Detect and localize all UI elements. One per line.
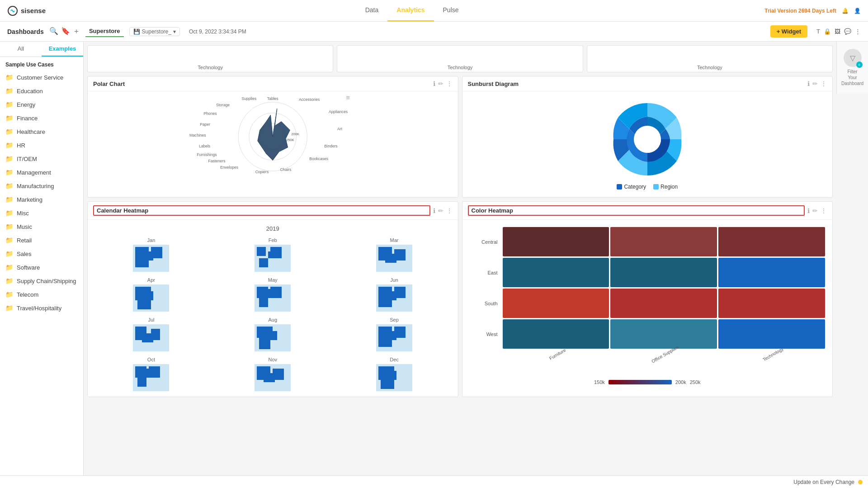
filter-icon-wrap[interactable]: ▽ + xyxy=(844,49,862,67)
nav-pulse[interactable]: Pulse xyxy=(434,0,468,22)
heat-cell xyxy=(394,327,406,338)
sunburst-edit-icon[interactable]: ✏ xyxy=(812,80,818,87)
sidebar-item-management[interactable]: 📁Management xyxy=(0,166,83,179)
heatmap-row-label-east: East xyxy=(470,258,501,287)
polar-svg: ≡ Tables Accessories Appliances Art Bind… xyxy=(88,91,458,182)
polar-info-icon[interactable]: ℹ xyxy=(433,80,435,87)
user-icon[interactable]: 👤 xyxy=(854,8,861,14)
lock-icon[interactable]: 🔒 xyxy=(824,28,831,35)
image-icon[interactable]: 🖼 xyxy=(835,28,840,35)
month-name-dec: Dec xyxy=(390,357,399,362)
month-name-aug: Aug xyxy=(268,317,277,322)
color-heatmap-info-icon[interactable]: ℹ xyxy=(807,207,810,214)
sidebar-item-label: Software xyxy=(17,264,40,271)
calendar-info-icon[interactable]: ℹ xyxy=(433,207,435,214)
sidebar-item-travel-hospitality[interactable]: 📁Travel/Hospitality xyxy=(0,301,83,315)
month-heatmap-dec xyxy=(376,364,412,391)
sidebar-item-software[interactable]: 📁Software xyxy=(0,261,83,274)
heat-cell xyxy=(270,287,282,298)
sidebar-item-energy[interactable]: 📁Energy xyxy=(0,98,83,111)
heat-cell xyxy=(270,247,282,258)
sidebar-item-label: Customer Service xyxy=(17,74,63,81)
heatmap-cell-south-0 xyxy=(503,289,609,318)
sidebar-item-supply-chain-shipping[interactable]: 📁Supply Chain/Shipping xyxy=(0,274,83,288)
month-name-feb: Feb xyxy=(269,237,277,243)
sidebar-item-customer-service[interactable]: 📁Customer Service xyxy=(0,71,83,84)
sidebar-item-telecom[interactable]: 📁Telecom xyxy=(0,288,83,301)
sunburst-card: Sunburst Diagram ℹ ✏ ⋮ xyxy=(462,76,833,198)
notification-icon[interactable]: 🔔 xyxy=(842,8,849,14)
top-chart-1: Technology xyxy=(87,45,333,72)
month-block-mar: Mar xyxy=(336,237,453,272)
legend-category-dot xyxy=(617,184,622,190)
db-icon: 💾 xyxy=(133,28,140,35)
comment-icon[interactable]: 💬 xyxy=(844,28,851,35)
sidebar-item-finance[interactable]: 📁Finance xyxy=(0,111,83,125)
superstore-tab[interactable]: Superstore xyxy=(85,26,124,37)
sidebar-item-sales[interactable]: 📁Sales xyxy=(0,247,83,261)
heat-cell xyxy=(378,298,392,307)
heatmap-cell-east-2 xyxy=(718,258,825,287)
superstore-badge[interactable]: 💾 Superstore_ ▾ xyxy=(129,27,180,36)
search-icon[interactable]: 🔍 xyxy=(49,27,58,36)
folder-icon: 📁 xyxy=(5,114,13,122)
calendar-more-icon[interactable]: ⋮ xyxy=(446,207,453,214)
sidebar-item-label: Supply Chain/Shipping xyxy=(17,278,76,284)
sidebar-item-manufacturing[interactable]: 📁Manufacturing xyxy=(0,179,83,193)
nav-analytics[interactable]: Analytics xyxy=(387,0,434,22)
heat-cell xyxy=(149,366,160,378)
tab-examples[interactable]: Examples xyxy=(42,42,83,57)
color-heatmap-more-icon[interactable]: ⋮ xyxy=(821,207,827,214)
text-icon[interactable]: T xyxy=(816,28,820,35)
polar-more-icon[interactable]: ⋮ xyxy=(446,80,453,87)
sidebar-item-misc[interactable]: 📁Misc xyxy=(0,206,83,220)
calendar-grid: JanFebMarAprMayJunJulAugSepOctNovDec xyxy=(93,237,453,391)
heat-cell xyxy=(257,247,266,256)
month-heatmap-jul xyxy=(133,324,169,351)
month-name-jul: Jul xyxy=(148,317,154,322)
heatmap-cell-central-1 xyxy=(610,227,717,256)
dashboards-label: Dashboards xyxy=(7,28,44,35)
legend-region-dot xyxy=(653,184,659,190)
sidebar-item-it-oem[interactable]: 📁IT/OEM xyxy=(0,152,83,166)
color-heatmap-header: Color Heatmap ℹ ✏ ⋮ xyxy=(462,202,833,220)
calendar-edit-icon[interactable]: ✏ xyxy=(438,207,443,214)
month-name-may: May xyxy=(268,277,278,283)
nav-data[interactable]: Data xyxy=(356,0,388,22)
sunburst-svg xyxy=(607,99,688,180)
second-bar-icons: 🔍 🔖 ＋ xyxy=(49,27,80,36)
tab-all[interactable]: All xyxy=(0,42,42,57)
folder-icon: 📁 xyxy=(5,277,13,284)
svg-text:Accessories: Accessories xyxy=(299,97,320,102)
sidebar-item-label: Sales xyxy=(17,251,32,257)
sidebar-item-healthcare[interactable]: 📁Healthcare xyxy=(0,125,83,138)
folder-icon: 📁 xyxy=(5,128,13,135)
svg-text:Envelopes: Envelopes xyxy=(220,165,238,170)
folder-icon: 📁 xyxy=(5,155,13,162)
sidebar-item-music[interactable]: 📁Music xyxy=(0,220,83,233)
color-heatmap-edit-icon[interactable]: ✏ xyxy=(812,207,818,214)
polar-chart-header: Polar Chart ℹ ✏ ⋮ xyxy=(88,76,458,91)
nav-links: Data Analytics Pulse xyxy=(59,0,764,22)
add-icon[interactable]: ＋ xyxy=(73,27,80,36)
polar-edit-icon[interactable]: ✏ xyxy=(438,80,443,87)
heatmap-cell-east-0 xyxy=(503,258,609,287)
sidebar-item-hr[interactable]: 📁HR xyxy=(0,138,83,152)
sunburst-info-icon[interactable]: ℹ xyxy=(807,80,810,87)
month-name-mar: Mar xyxy=(390,237,399,243)
svg-text:≡: ≡ xyxy=(346,94,350,101)
widget-button[interactable]: + Widget xyxy=(770,25,807,38)
bookmark-icon[interactable]: 🔖 xyxy=(61,27,70,36)
more-icon[interactable]: ⋮ xyxy=(855,28,861,35)
top-chart-label-2: Technology xyxy=(448,65,473,72)
trial-badge: Trial Version 2694 Days Left xyxy=(764,8,836,14)
update-dot xyxy=(858,480,863,484)
folder-icon: 📁 xyxy=(5,101,13,108)
sunburst-more-icon[interactable]: ⋮ xyxy=(821,80,827,87)
bottom-bar: Update on Every Change xyxy=(0,475,868,488)
chevron-down-icon: ▾ xyxy=(173,28,176,35)
sidebar-item-retail[interactable]: 📁Retail xyxy=(0,233,83,247)
sidebar-item-education[interactable]: 📁Education xyxy=(0,84,83,98)
sidebar-item-marketing[interactable]: 📁Marketing xyxy=(0,193,83,206)
top-chart-2: Technology xyxy=(337,45,583,72)
